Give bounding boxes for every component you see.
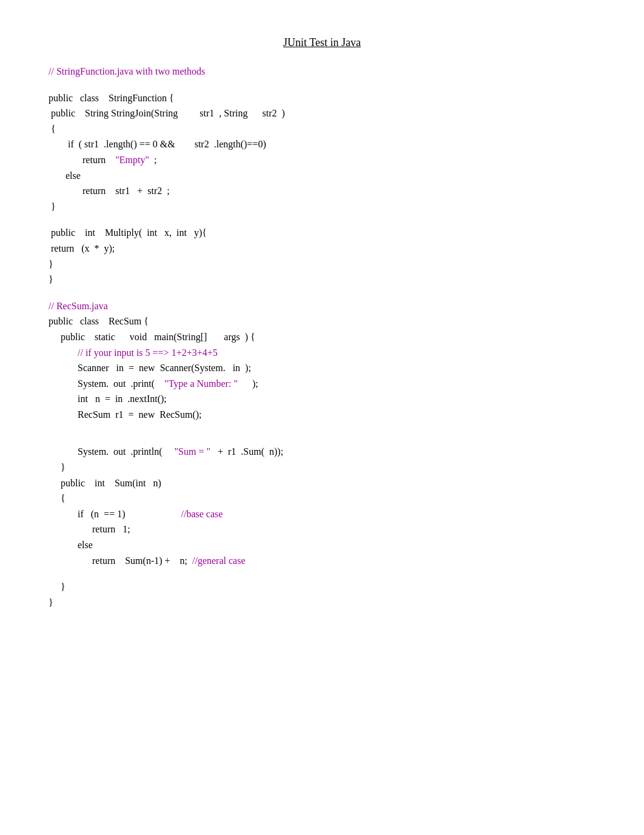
code-content: // StringFunction.java with two methods … <box>49 64 595 610</box>
code-line: System. out .print( "Type a Number: " ); <box>49 376 595 392</box>
code-line: } <box>49 579 595 595</box>
code-line-comment: // if your input is 5 ==> 1+2+3+4+5 <box>49 345 595 361</box>
code-line: } <box>49 257 595 272</box>
code-line: return (x * y); <box>49 241 595 257</box>
comment-stringfunction: // StringFunction.java with two methods <box>49 64 595 79</box>
code-line: { <box>49 121 595 137</box>
code-line: } <box>49 199 595 215</box>
code-line: return "Empty" ; <box>49 152 595 168</box>
page-title: JUnit Test in Java <box>49 36 595 49</box>
code-line: if ( str1 .length() == 0 && str2 .length… <box>49 136 595 152</box>
code-line: public int Sum(int n) <box>49 475 595 491</box>
code-line: public class StringFunction { <box>49 90 595 106</box>
code-line: public String StringJoin(String str1 , S… <box>49 106 595 121</box>
code-line: } <box>49 272 595 287</box>
code-line: Scanner in = new Scanner(System. in ); <box>49 360 595 376</box>
code-line: else <box>49 168 595 184</box>
code-line: RecSum r1 = new RecSum(); <box>49 407 595 423</box>
code-line: if (n == 1) //base case <box>49 506 595 522</box>
code-line: } <box>49 595 595 611</box>
code-line: return 1; <box>49 521 595 537</box>
code-line: return Sum(n-1) + n; //general case <box>49 553 595 569</box>
code-line: public class RecSum { <box>49 314 595 329</box>
code-line: int n = in .nextInt(); <box>49 391 595 407</box>
comment-recsum: // RecSum.java <box>49 298 595 314</box>
code-line: } <box>49 460 595 475</box>
code-line: { <box>49 491 595 506</box>
code-line: public static void main(String[] args ) … <box>49 329 595 345</box>
code-line: return str1 + str2 ; <box>49 183 595 199</box>
code-line: else <box>49 537 595 553</box>
code-line: System. out .println( "Sum = " + r1 .Sum… <box>49 444 595 460</box>
code-line: public int Multiply( int x, int y){ <box>49 225 595 241</box>
